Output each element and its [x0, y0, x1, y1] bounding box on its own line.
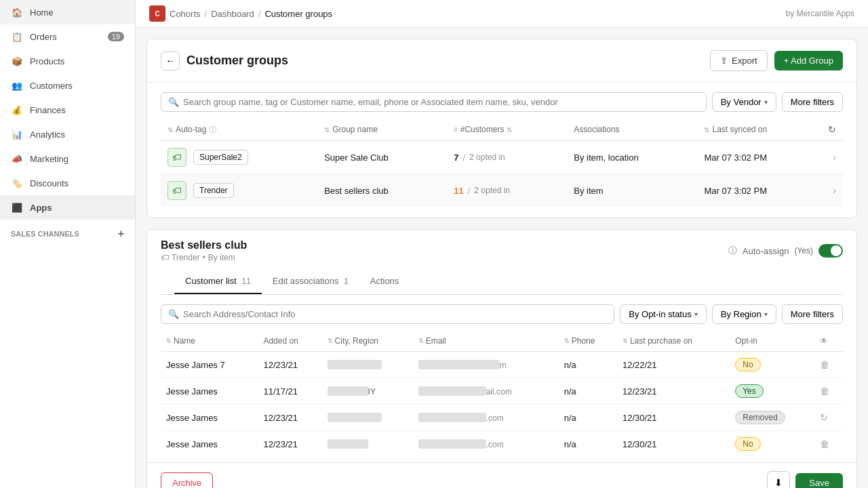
customer-action: 🗑 [814, 378, 843, 405]
row-customers: 11 / 2 opted in [447, 174, 567, 207]
more-filters-button[interactable]: More filters [782, 92, 843, 112]
col-lastsynced: ⇅ Last synced on ↻ [697, 119, 843, 141]
col-autotag: ⇅ Auto-tag ⓘ [161, 119, 317, 141]
tab-customer-list[interactable]: Customer list 11 [174, 269, 262, 294]
group-search-input[interactable] [183, 97, 699, 107]
customer-phone: n/a [559, 405, 617, 431]
col-name: ⇅Name [161, 331, 258, 352]
add-sales-channel-button[interactable]: + [118, 228, 124, 240]
customer-last-purchase: 12/23/21 [617, 378, 730, 405]
delete-icon[interactable]: 🗑 [820, 439, 829, 449]
tab-edit-associations[interactable]: Edit associations 1 [262, 269, 359, 294]
row-associations: By item, location [567, 141, 697, 174]
col-customers: # #Customers ⇅ [447, 119, 567, 141]
breadcrumb-cohorts[interactable]: Cohorts [170, 9, 201, 19]
finances-icon: 💰 [11, 104, 23, 116]
download-icon: ⬇ [774, 477, 783, 488]
best-sellers-club-panel: Best sellers club 🏷 Trender • By item ⓘ … [146, 229, 857, 488]
customer-phone: n/a [559, 378, 617, 405]
customer-email: .com [413, 431, 559, 458]
discounts-icon: 🏷️ [11, 177, 23, 189]
customer-added-on: 11/17/21 [258, 378, 321, 405]
chevron-down-icon: ▾ [764, 98, 768, 106]
bsc-footer: Archive ⬇ Save [147, 462, 856, 488]
content-area: ← Customer groups ⇧ Export + Add Group 🔍 [136, 28, 868, 488]
sidebar-item-customers[interactable]: 👥 Customers [0, 73, 135, 98]
chevron-down-icon: ▾ [694, 310, 698, 318]
analytics-icon: 📊 [11, 128, 23, 140]
customer-opt-in: No [730, 352, 814, 378]
auto-assign-toggle-switch[interactable] [818, 244, 843, 258]
export-button[interactable]: ⇧ Export [710, 50, 768, 71]
sidebar-item-apps[interactable]: ⬛ Apps [0, 195, 135, 220]
app-logo: C [149, 5, 165, 22]
customer-city-region [322, 405, 413, 431]
customer-last-purchase: 12/22/21 [617, 352, 730, 378]
row-associations: By item [567, 174, 697, 207]
panel-header: ← Customer groups ⇧ Export + Add Group [147, 39, 856, 83]
customer-last-purchase: 12/30/21 [617, 405, 730, 431]
table-row[interactable]: 🏷 Trender Best sellers club 11 / 2 opted… [161, 174, 843, 207]
customer-opt-in: No [730, 431, 814, 458]
sidebar-item-finances[interactable]: 💰 Finances [0, 98, 135, 122]
customer-search-input[interactable] [183, 309, 607, 319]
row-lastsynced: Mar 07 3:02 PM › [697, 141, 843, 174]
help-icon[interactable]: ⓘ [209, 125, 216, 135]
customer-opt-in: Removed [730, 405, 814, 431]
breadcrumb-dashboard[interactable]: Dashboard [211, 9, 254, 19]
undo-icon[interactable]: ↻ [820, 412, 828, 423]
customer-action: ↻ [814, 405, 843, 431]
tab-actions[interactable]: Actions [359, 269, 410, 294]
customer-name: Jesse James [161, 431, 258, 458]
bsc-header: Best sellers club 🏷 Trender • By item ⓘ … [147, 230, 856, 295]
sidebar-item-home[interactable]: 🏠 Home [0, 0, 135, 24]
opt-in-filter-button[interactable]: By Opt-in status ▾ [620, 304, 706, 324]
home-icon: 🏠 [11, 6, 23, 18]
delete-icon[interactable]: 🗑 [820, 359, 829, 370]
sort-icon: ⇅ [324, 126, 330, 134]
sidebar-item-orders[interactable]: 📋 Orders 19 [0, 24, 135, 49]
customer-search-wrap: 🔍 [161, 304, 614, 324]
chevron-right-icon: › [833, 185, 836, 196]
customer-row: Jesse James 7 12/23/21 m n/a 12/22/21 No… [161, 352, 843, 378]
download-button[interactable]: ⬇ [767, 471, 790, 488]
back-button[interactable]: ← [161, 52, 180, 70]
add-group-button[interactable]: + Add Group [774, 51, 843, 70]
region-filter-button[interactable]: By Region ▾ [712, 304, 776, 324]
refresh-icon[interactable]: ↻ [828, 124, 836, 135]
col-phone: ⇅Phone [559, 331, 617, 352]
customer-search-row: 🔍 By Opt-in status ▾ By Region ▾ More fi… [161, 304, 843, 324]
sidebar-item-products[interactable]: 📦 Products [0, 49, 135, 73]
panel-title: Customer groups [186, 54, 288, 68]
customer-table: ⇅Name Added on ⇅City, Region ⇅Email ⇅Pho… [161, 331, 843, 457]
col-added-on: Added on [258, 331, 321, 352]
tag-sym-icon: 🏷 [161, 253, 169, 262]
sidebar-item-analytics[interactable]: 📊 Analytics [0, 122, 135, 146]
sort-icon: ⇅ [167, 126, 173, 134]
vendor-filter-button[interactable]: By Vendor ▾ [712, 92, 776, 112]
eye-icon[interactable]: 👁 [820, 336, 828, 346]
row-customers: 7 / 2 opted in [447, 141, 567, 174]
customer-city-region: IY [322, 378, 413, 405]
customer-email: .com [413, 405, 559, 431]
search-bar: 🔍 By Vendor ▾ More filters [147, 83, 856, 112]
bsc-title: Best sellers club [161, 239, 247, 251]
sidebar-item-marketing[interactable]: 📣 Marketing [0, 146, 135, 171]
sort-icon2: ⇅ [507, 126, 512, 134]
customer-email: m [413, 352, 559, 378]
save-button[interactable]: Save [795, 473, 843, 489]
customer-phone: n/a [559, 352, 617, 378]
archive-button[interactable]: Archive [161, 472, 213, 489]
delete-icon[interactable]: 🗑 [820, 386, 829, 396]
sidebar-item-discounts[interactable]: 🏷️ Discounts [0, 171, 135, 195]
search-wrap: 🔍 [161, 92, 707, 112]
col-city-region: ⇅City, Region [322, 331, 413, 352]
customer-action: 🗑 [814, 431, 843, 458]
panel-actions: ⇧ Export + Add Group [710, 50, 843, 71]
table-row[interactable]: 🏷 SuperSale2 Super Sale Club 7 / 2 opted… [161, 141, 843, 174]
chevron-down-icon: ▾ [764, 310, 768, 318]
tag-label: Trender [193, 183, 234, 198]
search-icon: 🔍 [168, 97, 179, 107]
customer-name: Jesse James [161, 405, 258, 431]
customer-more-filters-button[interactable]: More filters [782, 304, 843, 324]
